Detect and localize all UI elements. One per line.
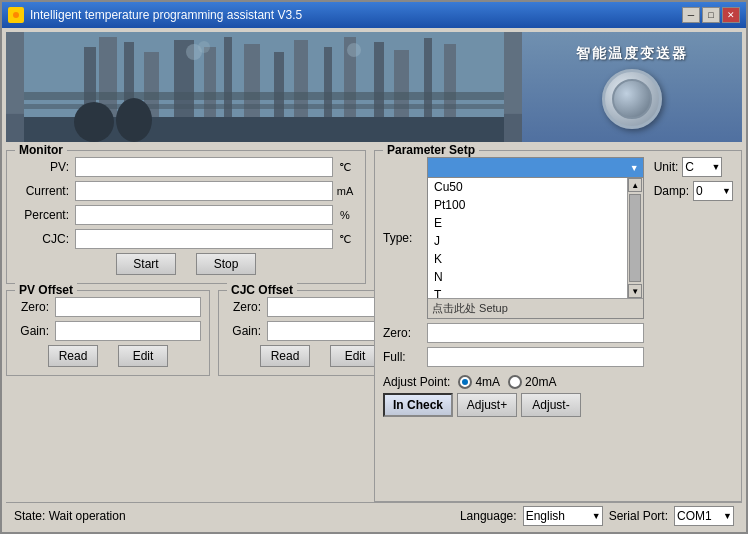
pv-edit-button[interactable]: Edit [118, 345, 168, 367]
pv-read-button[interactable]: Read [48, 345, 98, 367]
adjust-radio-group: 4mA 20mA [458, 375, 556, 389]
scrollbar-up-button[interactable]: ▲ [628, 178, 642, 192]
cjc-row: CJC: ℃ [15, 229, 357, 249]
radio-20ma-dot [508, 375, 522, 389]
transmitter-inner [612, 79, 652, 119]
full-label: Full: [383, 350, 423, 364]
svg-point-1 [13, 12, 19, 18]
radio-4ma[interactable]: 4mA [458, 375, 500, 389]
radio-4ma-dot [458, 375, 472, 389]
damp-row: Damp: 0 1 2 3 ▼ [654, 181, 733, 201]
cjc-offset-label: CJC Offset [227, 283, 297, 297]
dropdown-arrow-icon: ▼ [630, 163, 639, 173]
banner-title: 智能温度变送器 [576, 45, 688, 63]
start-button[interactable]: Start [116, 253, 176, 275]
current-label: Current: [15, 184, 75, 198]
pv-gain-input[interactable] [55, 321, 201, 341]
damp-label: Damp: [654, 184, 689, 198]
main-panels: Monitor PV: ℃ Current: mA Percent: [6, 150, 742, 502]
incheck-button[interactable]: In Check [383, 393, 453, 417]
current-row: Current: mA [15, 181, 357, 201]
cjc-input[interactable] [75, 229, 333, 249]
status-bar: State: Wait operation Language: English … [6, 502, 742, 528]
unit-row: Unit: C F ▼ [654, 157, 733, 177]
title-bar: Intelligent temperature programming assi… [2, 2, 746, 28]
cjc-edit-button[interactable]: Edit [330, 345, 380, 367]
offset-panels: PV Offset Zero: Gain: Read Edit [6, 290, 366, 376]
pv-input[interactable] [75, 157, 333, 177]
adjust-section: Adjust Point: 4mA 20mA [383, 375, 733, 417]
pv-zero-row: Zero: [15, 297, 201, 317]
adjust-minus-button[interactable]: Adjust- [521, 393, 581, 417]
type-option-t[interactable]: T [428, 286, 643, 298]
pv-zero-label: Zero: [15, 300, 55, 314]
type-option-n[interactable]: N [428, 268, 643, 286]
maximize-button[interactable]: □ [702, 7, 720, 23]
status-right: Language: English Chinese ▼ Serial Port:… [460, 506, 734, 526]
state-label: State: [14, 509, 45, 523]
adjust-point-row: Adjust Point: 4mA 20mA [383, 375, 733, 389]
current-input[interactable] [75, 181, 333, 201]
radio-4ma-label: 4mA [475, 375, 500, 389]
zero-row: Zero: [383, 323, 644, 343]
stop-button[interactable]: Stop [196, 253, 256, 275]
language-dropdown-wrapper: English Chinese ▼ [523, 506, 603, 526]
cjc-zero-label: Zero: [227, 300, 267, 314]
pv-offset-btns: Read Edit [15, 345, 201, 367]
damp-dropdown-wrapper: 0 1 2 3 ▼ [693, 181, 733, 201]
serial-port-dropdown[interactable]: COM1 COM2 COM3 [674, 506, 734, 526]
damp-dropdown[interactable]: 0 1 2 3 [693, 181, 733, 201]
unit-damp-group: Unit: C F ▼ Damp: [654, 157, 733, 201]
type-row: Type: ▼ [383, 157, 644, 319]
adjust-btns-row: In Check Adjust+ Adjust- [383, 393, 733, 417]
svg-rect-19 [24, 92, 504, 100]
pv-label: PV: [15, 160, 75, 174]
type-option-e[interactable]: E [428, 214, 643, 232]
full-input[interactable] [427, 347, 644, 367]
type-option-cu50[interactable]: Cu50 [428, 178, 643, 196]
pv-gain-row: Gain: [15, 321, 201, 341]
type-option-k[interactable]: K [428, 250, 643, 268]
pv-offset-label: PV Offset [15, 283, 77, 297]
language-dropdown[interactable]: English Chinese [523, 506, 603, 526]
radio-20ma-label: 20mA [525, 375, 556, 389]
type-list-scroll: Cu50 Pt100 E J K N T B [428, 178, 643, 298]
param-label: Parameter Setp [383, 143, 479, 157]
right-panel: Parameter Setp Type: [374, 150, 742, 502]
language-label: Language: [460, 509, 517, 523]
percent-input[interactable] [75, 205, 333, 225]
radio-20ma[interactable]: 20mA [508, 375, 556, 389]
svg-point-25 [198, 41, 210, 53]
unit-dropdown[interactable]: C F [682, 157, 722, 177]
status-left: State: Wait operation [14, 509, 126, 523]
monitor-btn-row: Start Stop [15, 253, 357, 275]
cjc-read-button[interactable]: Read [260, 345, 310, 367]
percent-label: Percent: [15, 208, 75, 222]
setup-overlay-text: 点击此处 Setup [432, 301, 508, 316]
minimize-button[interactable]: ─ [682, 7, 700, 23]
zero-input[interactable] [427, 323, 644, 343]
type-option-pt100[interactable]: Pt100 [428, 196, 643, 214]
transmitter-image [602, 69, 662, 129]
svg-point-23 [116, 98, 152, 142]
close-button[interactable]: ✕ [722, 7, 740, 23]
type-dropdown-box: ▼ Cu50 Pt100 E J [427, 157, 644, 319]
pv-offset-group: PV Offset Zero: Gain: Read Edit [6, 290, 210, 376]
type-overlay-row: 点击此处 Setup [428, 298, 643, 318]
pv-zero-input[interactable] [55, 297, 201, 317]
type-option-j[interactable]: J [428, 232, 643, 250]
state-value: Wait operation [49, 509, 126, 523]
scrollbar-thumb[interactable] [629, 194, 641, 282]
monitor-group: Monitor PV: ℃ Current: mA Percent: [6, 150, 366, 284]
type-dropdown-header[interactable]: ▼ [428, 158, 643, 178]
scrollbar-down-button[interactable]: ▼ [628, 284, 642, 298]
cjc-label: CJC: [15, 232, 75, 246]
param-fields: Type: ▼ [383, 157, 644, 371]
adjust-plus-button[interactable]: Adjust+ [457, 393, 517, 417]
pv-unit: ℃ [333, 161, 357, 174]
zero-label: Zero: [383, 326, 423, 340]
full-row: Full: [383, 347, 644, 367]
left-panel: Monitor PV: ℃ Current: mA Percent: [6, 150, 366, 502]
title-controls: ─ □ ✕ [682, 7, 740, 23]
svg-point-26 [347, 43, 361, 57]
